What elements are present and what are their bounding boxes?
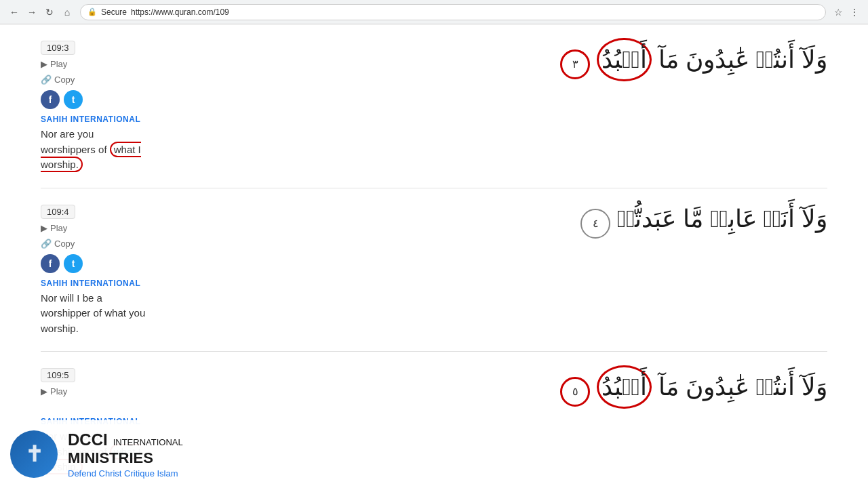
verse-ref-1094: 109:4 [41, 205, 75, 219]
nav-buttons: ← → ↻ ⌂ [7, 5, 75, 20]
verse-arabic-1095: وَلَآ أَنتُمۡ عَٰبِدُونَ مَآ أَعۡبُدُ ٥ [149, 365, 827, 409]
dcci-cross-icon: ✝ [25, 441, 43, 467]
dcci-overlay[interactable]: ✝ DCCI INTERNATIONAL MINISTRIES Defend C… [0, 420, 353, 488]
arabic-verse-1093: وَلَآ أَنتُمۡ عَٰبِدُونَ مَآ أَعۡبُدُ ٣ [176, 38, 827, 81]
verse-controls-1094: ▶ Play [41, 223, 149, 233]
social-icons-1094: f t [41, 254, 149, 273]
translator-label-1093: SAHIH INTERNATIONAL [41, 115, 149, 124]
home-button[interactable]: ⌂ [60, 5, 75, 20]
arabic-highlight-1095: أَعۡبُدُ [597, 365, 651, 409]
reload-button[interactable]: ↻ [42, 5, 57, 20]
arabic-text-main-1095: وَلَآ أَنتُمۡ عَٰبِدُونَ مَآ [652, 373, 827, 401]
twitter-button-1094[interactable]: t [64, 254, 83, 273]
copy-button-1094[interactable]: 🔗 Copy [41, 239, 75, 249]
copy-button-1093[interactable]: 🔗 Copy [41, 75, 75, 85]
dcci-name: DCCI INTERNATIONAL [68, 430, 342, 449]
play-icon-1093: ▶ [41, 59, 47, 69]
lock-icon: 🔒 [87, 7, 97, 16]
verse-left-1093: 109:3 ▶ Play 🔗 Copy f [41, 38, 149, 174]
twitter-button-1093[interactable]: t [64, 90, 83, 109]
arabic-verse-num-1093: ٣ [560, 49, 590, 79]
translation-text-1093: Nor are you worshippers of what I worshi… [41, 127, 149, 173]
play-icon-1095: ▶ [41, 386, 47, 396]
address-bar[interactable]: 🔒 Secure https://www.quran.com/109 [80, 4, 826, 20]
verse-controls-1095: ▶ Play [41, 386, 149, 396]
translator-label-1094: SAHIH INTERNATIONAL [41, 279, 149, 288]
social-icons-1093: f t [41, 90, 149, 109]
bookmark-button[interactable]: ☆ [831, 5, 845, 19]
arabic-verse-1094: وَلَآ أَنَا۠ عَابِدٞ مَّا عَبَدتُّمۡ ٤ [176, 202, 827, 239]
play-icon-1094: ▶ [41, 223, 47, 233]
verse-arabic-1093: وَلَآ أَنتُمۡ عَٰبِدُونَ مَآ أَعۡبُدُ ٣ [149, 38, 827, 81]
translation-before-1093: Nor are you worshippers of [41, 128, 110, 155]
verse-controls-1093: ▶ Play [41, 59, 149, 69]
copy-icon-1094: 🔗 [41, 239, 52, 249]
arabic-highlight-1093: أَعۡبُدُ [597, 38, 651, 81]
copy-label-1093: Copy [54, 75, 75, 85]
play-label-1094: Play [50, 223, 67, 233]
verse-layout-1093: 109:3 ▶ Play 🔗 Copy f [41, 38, 827, 174]
play-label-1095: Play [50, 386, 67, 396]
page-content: 109:3 ▶ Play 🔗 Copy f [0, 24, 868, 488]
play-button-1094[interactable]: ▶ Play [41, 223, 67, 233]
play-button-1093[interactable]: ▶ Play [41, 59, 67, 69]
url-text: Secure [101, 7, 127, 17]
copy-label-1094: Copy [54, 239, 75, 249]
twitter-icon-1093: t [72, 94, 75, 105]
copy-icon-1093: 🔗 [41, 75, 52, 85]
translation-text-1094: Nor will I be a worshipper of what you w… [41, 291, 149, 337]
url-display: https://www.quran.com/109 [131, 7, 229, 17]
verse-layout-1094: 109:4 ▶ Play 🔗 Copy f t [41, 202, 827, 338]
dcci-logo: ✝ [10, 430, 58, 478]
copy-controls-1094: 🔗 Copy [41, 239, 149, 249]
browser-chrome: ← → ↻ ⌂ 🔒 Secure https://www.quran.com/1… [0, 0, 868, 24]
dcci-international-label: INTERNATIONAL [113, 437, 183, 447]
back-button[interactable]: ← [7, 5, 22, 20]
dcci-ministries-label: MINISTRIES [68, 449, 342, 467]
browser-actions: ☆ ⋮ [831, 5, 861, 19]
verse-ref-1095: 109:5 [41, 368, 75, 382]
extensions-button[interactable]: ⋮ [848, 5, 861, 19]
arabic-text-main-1093: وَلَآ أَنتُمۡ عَٰبِدُونَ مَآ [652, 45, 827, 73]
arabic-verse-1095: وَلَآ أَنتُمۡ عَٰبِدُونَ مَآ أَعۡبُدُ ٥ [176, 365, 827, 409]
verse-arabic-1094: وَلَآ أَنَا۠ عَابِدٞ مَّا عَبَدتُّمۡ ٤ [149, 202, 827, 239]
verse-ref-1093: 109:3 [41, 41, 75, 55]
facebook-button-1093[interactable]: f [41, 90, 60, 109]
verse-block-1094: 109:4 ▶ Play 🔗 Copy f t [41, 188, 827, 352]
verse-block-1093: 109:3 ▶ Play 🔗 Copy f [41, 24, 827, 188]
dcci-acronym: DCCI [68, 430, 108, 449]
dcci-tagline: Defend Christ Critique Islam [68, 468, 342, 479]
facebook-button-1094[interactable]: f [41, 254, 60, 273]
arabic-verse-num-1094: ٤ [580, 209, 610, 239]
play-label-1093: Play [50, 59, 67, 69]
copy-controls-1093: 🔗 Copy [41, 75, 149, 85]
arabic-text-main-1094: وَلَآ أَنَا۠ عَابِدٞ مَّا عَبَدتُّمۡ [617, 205, 827, 232]
dcci-text-block: DCCI INTERNATIONAL MINISTRIES Defend Chr… [68, 430, 342, 479]
arabic-verse-num-1095: ٥ [560, 377, 590, 407]
verse-left-1094: 109:4 ▶ Play 🔗 Copy f t [41, 202, 149, 338]
facebook-icon-1093: f [49, 94, 52, 105]
forward-button[interactable]: → [24, 5, 39, 20]
play-button-1095[interactable]: ▶ Play [41, 386, 67, 396]
